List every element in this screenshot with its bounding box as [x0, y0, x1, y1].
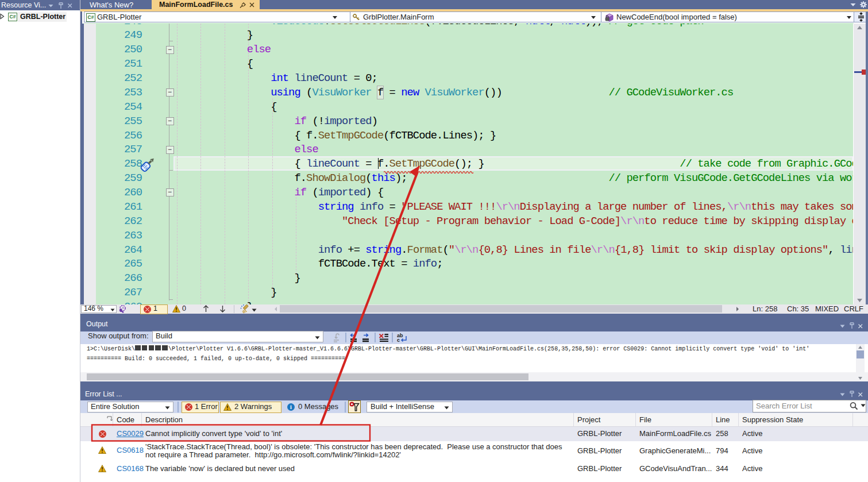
svg-text:c: c	[397, 337, 400, 343]
